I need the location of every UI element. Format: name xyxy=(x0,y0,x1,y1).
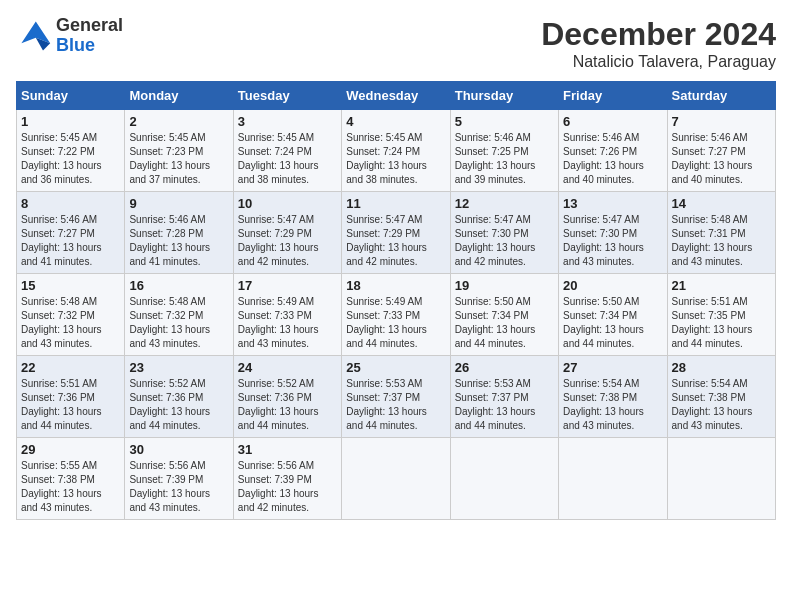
day-detail: Sunrise: 5:56 AMSunset: 7:39 PMDaylight:… xyxy=(129,460,210,513)
day-number: 24 xyxy=(238,360,337,375)
calendar-cell: 6Sunrise: 5:46 AMSunset: 7:26 PMDaylight… xyxy=(559,110,667,192)
day-number: 22 xyxy=(21,360,120,375)
day-number: 23 xyxy=(129,360,228,375)
day-detail: Sunrise: 5:46 AMSunset: 7:28 PMDaylight:… xyxy=(129,214,210,267)
calendar-cell: 18Sunrise: 5:49 AMSunset: 7:33 PMDayligh… xyxy=(342,274,450,356)
day-detail: Sunrise: 5:47 AMSunset: 7:30 PMDaylight:… xyxy=(563,214,644,267)
day-detail: Sunrise: 5:49 AMSunset: 7:33 PMDaylight:… xyxy=(238,296,319,349)
calendar-cell xyxy=(559,438,667,520)
day-detail: Sunrise: 5:51 AMSunset: 7:35 PMDaylight:… xyxy=(672,296,753,349)
day-number: 2 xyxy=(129,114,228,129)
day-detail: Sunrise: 5:46 AMSunset: 7:25 PMDaylight:… xyxy=(455,132,536,185)
day-detail: Sunrise: 5:46 AMSunset: 7:26 PMDaylight:… xyxy=(563,132,644,185)
logo-icon xyxy=(16,18,52,54)
weekday-header-tuesday: Tuesday xyxy=(233,82,341,110)
day-number: 25 xyxy=(346,360,445,375)
calendar-header-row: SundayMondayTuesdayWednesdayThursdayFrid… xyxy=(17,82,776,110)
day-detail: Sunrise: 5:48 AMSunset: 7:32 PMDaylight:… xyxy=(129,296,210,349)
day-number: 13 xyxy=(563,196,662,211)
day-number: 9 xyxy=(129,196,228,211)
calendar-cell: 28Sunrise: 5:54 AMSunset: 7:38 PMDayligh… xyxy=(667,356,775,438)
day-detail: Sunrise: 5:45 AMSunset: 7:24 PMDaylight:… xyxy=(346,132,427,185)
calendar-cell: 23Sunrise: 5:52 AMSunset: 7:36 PMDayligh… xyxy=(125,356,233,438)
day-detail: Sunrise: 5:46 AMSunset: 7:27 PMDaylight:… xyxy=(21,214,102,267)
calendar-week-row: 1Sunrise: 5:45 AMSunset: 7:22 PMDaylight… xyxy=(17,110,776,192)
day-number: 3 xyxy=(238,114,337,129)
weekday-header-thursday: Thursday xyxy=(450,82,558,110)
weekday-header-wednesday: Wednesday xyxy=(342,82,450,110)
day-number: 19 xyxy=(455,278,554,293)
calendar-cell: 26Sunrise: 5:53 AMSunset: 7:37 PMDayligh… xyxy=(450,356,558,438)
calendar-cell xyxy=(450,438,558,520)
calendar-cell xyxy=(667,438,775,520)
day-number: 21 xyxy=(672,278,771,293)
day-number: 10 xyxy=(238,196,337,211)
page-header: General Blue December 2024 Natalicio Tal… xyxy=(16,16,776,71)
day-detail: Sunrise: 5:52 AMSunset: 7:36 PMDaylight:… xyxy=(238,378,319,431)
day-detail: Sunrise: 5:56 AMSunset: 7:39 PMDaylight:… xyxy=(238,460,319,513)
day-detail: Sunrise: 5:55 AMSunset: 7:38 PMDaylight:… xyxy=(21,460,102,513)
calendar-cell: 8Sunrise: 5:46 AMSunset: 7:27 PMDaylight… xyxy=(17,192,125,274)
calendar-week-row: 29Sunrise: 5:55 AMSunset: 7:38 PMDayligh… xyxy=(17,438,776,520)
calendar-cell: 12Sunrise: 5:47 AMSunset: 7:30 PMDayligh… xyxy=(450,192,558,274)
calendar-cell: 1Sunrise: 5:45 AMSunset: 7:22 PMDaylight… xyxy=(17,110,125,192)
calendar-cell: 5Sunrise: 5:46 AMSunset: 7:25 PMDaylight… xyxy=(450,110,558,192)
calendar-week-row: 22Sunrise: 5:51 AMSunset: 7:36 PMDayligh… xyxy=(17,356,776,438)
calendar-cell: 21Sunrise: 5:51 AMSunset: 7:35 PMDayligh… xyxy=(667,274,775,356)
calendar-cell: 2Sunrise: 5:45 AMSunset: 7:23 PMDaylight… xyxy=(125,110,233,192)
calendar-cell: 17Sunrise: 5:49 AMSunset: 7:33 PMDayligh… xyxy=(233,274,341,356)
day-number: 7 xyxy=(672,114,771,129)
location-title: Natalicio Talavera, Paraguay xyxy=(541,53,776,71)
calendar-cell: 31Sunrise: 5:56 AMSunset: 7:39 PMDayligh… xyxy=(233,438,341,520)
calendar-cell xyxy=(342,438,450,520)
calendar-cell: 11Sunrise: 5:47 AMSunset: 7:29 PMDayligh… xyxy=(342,192,450,274)
svg-marker-0 xyxy=(21,21,50,43)
day-number: 6 xyxy=(563,114,662,129)
day-detail: Sunrise: 5:47 AMSunset: 7:29 PMDaylight:… xyxy=(238,214,319,267)
calendar-cell: 22Sunrise: 5:51 AMSunset: 7:36 PMDayligh… xyxy=(17,356,125,438)
title-block: December 2024 Natalicio Talavera, Paragu… xyxy=(541,16,776,71)
calendar-cell: 13Sunrise: 5:47 AMSunset: 7:30 PMDayligh… xyxy=(559,192,667,274)
day-number: 27 xyxy=(563,360,662,375)
day-number: 28 xyxy=(672,360,771,375)
day-number: 1 xyxy=(21,114,120,129)
day-number: 16 xyxy=(129,278,228,293)
month-title: December 2024 xyxy=(541,16,776,53)
day-detail: Sunrise: 5:50 AMSunset: 7:34 PMDaylight:… xyxy=(455,296,536,349)
day-number: 26 xyxy=(455,360,554,375)
calendar-cell: 30Sunrise: 5:56 AMSunset: 7:39 PMDayligh… xyxy=(125,438,233,520)
calendar-week-row: 8Sunrise: 5:46 AMSunset: 7:27 PMDaylight… xyxy=(17,192,776,274)
day-detail: Sunrise: 5:46 AMSunset: 7:27 PMDaylight:… xyxy=(672,132,753,185)
day-detail: Sunrise: 5:51 AMSunset: 7:36 PMDaylight:… xyxy=(21,378,102,431)
calendar-cell: 20Sunrise: 5:50 AMSunset: 7:34 PMDayligh… xyxy=(559,274,667,356)
day-number: 14 xyxy=(672,196,771,211)
calendar-cell: 29Sunrise: 5:55 AMSunset: 7:38 PMDayligh… xyxy=(17,438,125,520)
calendar-cell: 10Sunrise: 5:47 AMSunset: 7:29 PMDayligh… xyxy=(233,192,341,274)
day-detail: Sunrise: 5:49 AMSunset: 7:33 PMDaylight:… xyxy=(346,296,427,349)
day-detail: Sunrise: 5:54 AMSunset: 7:38 PMDaylight:… xyxy=(563,378,644,431)
day-number: 12 xyxy=(455,196,554,211)
day-number: 30 xyxy=(129,442,228,457)
day-detail: Sunrise: 5:45 AMSunset: 7:24 PMDaylight:… xyxy=(238,132,319,185)
calendar-cell: 24Sunrise: 5:52 AMSunset: 7:36 PMDayligh… xyxy=(233,356,341,438)
day-detail: Sunrise: 5:52 AMSunset: 7:36 PMDaylight:… xyxy=(129,378,210,431)
day-detail: Sunrise: 5:47 AMSunset: 7:29 PMDaylight:… xyxy=(346,214,427,267)
day-detail: Sunrise: 5:45 AMSunset: 7:23 PMDaylight:… xyxy=(129,132,210,185)
day-detail: Sunrise: 5:54 AMSunset: 7:38 PMDaylight:… xyxy=(672,378,753,431)
day-detail: Sunrise: 5:53 AMSunset: 7:37 PMDaylight:… xyxy=(346,378,427,431)
logo: General Blue xyxy=(16,16,123,56)
weekday-header-monday: Monday xyxy=(125,82,233,110)
day-number: 31 xyxy=(238,442,337,457)
day-detail: Sunrise: 5:53 AMSunset: 7:37 PMDaylight:… xyxy=(455,378,536,431)
calendar-cell: 9Sunrise: 5:46 AMSunset: 7:28 PMDaylight… xyxy=(125,192,233,274)
calendar-cell: 3Sunrise: 5:45 AMSunset: 7:24 PMDaylight… xyxy=(233,110,341,192)
day-number: 15 xyxy=(21,278,120,293)
weekday-header-sunday: Sunday xyxy=(17,82,125,110)
calendar-cell: 4Sunrise: 5:45 AMSunset: 7:24 PMDaylight… xyxy=(342,110,450,192)
day-number: 18 xyxy=(346,278,445,293)
day-number: 20 xyxy=(563,278,662,293)
day-number: 4 xyxy=(346,114,445,129)
calendar-cell: 25Sunrise: 5:53 AMSunset: 7:37 PMDayligh… xyxy=(342,356,450,438)
day-detail: Sunrise: 5:48 AMSunset: 7:32 PMDaylight:… xyxy=(21,296,102,349)
weekday-header-saturday: Saturday xyxy=(667,82,775,110)
